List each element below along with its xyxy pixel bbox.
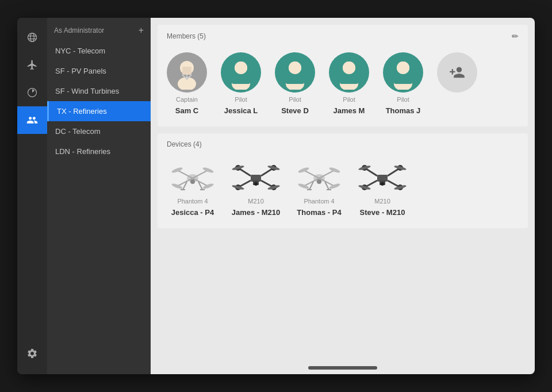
member-jessica-l[interactable]: Pilot Jessica L — [221, 52, 261, 115]
device-name-james-m210: James - M210 — [232, 208, 281, 217]
device-steve-m210[interactable]: M210 Steve - M210 — [356, 160, 408, 217]
device-thomas-p4[interactable]: Phantom 4 Thomas - P4 — [293, 160, 345, 217]
edit-members-button[interactable]: ✏ — [512, 32, 519, 41]
member-thomas-j[interactable]: Pilot Thomas J — [383, 52, 423, 115]
svg-point-24 — [397, 62, 409, 74]
member-avatar-jessica-l — [221, 52, 261, 93]
add-group-button[interactable]: + — [139, 26, 144, 35]
svg-point-53 — [254, 182, 258, 186]
bottom-bar — [151, 362, 535, 374]
member-role-sam-c: Captain — [176, 96, 198, 103]
device-type-steve-m210: M210 — [374, 198, 390, 205]
member-sam-c[interactable]: Captain Sam C — [167, 52, 207, 115]
device-image-m210-1 — [230, 160, 282, 194]
members-row: Captain Sam C Pilot Jessica L — [167, 50, 519, 120]
bottom-indicator — [308, 366, 377, 370]
member-role-jessica-l: Pilot — [235, 96, 247, 103]
svg-point-38 — [190, 179, 195, 184]
device-type-james-m210: M210 — [248, 198, 264, 205]
sidebar-nav: As Administrator + NYC - Telecom SF - PV… — [47, 18, 151, 374]
members-title: Members (5) — [167, 32, 206, 40]
settings-icon[interactable] — [17, 340, 47, 367]
member-james-m[interactable]: Pilot James M — [329, 52, 369, 115]
svg-point-16 — [289, 62, 301, 74]
svg-point-1 — [30, 33, 34, 42]
sidebar-item-dc-telecom[interactable]: DC - Telecom — [47, 121, 151, 141]
svg-line-27 — [193, 170, 208, 178]
svg-point-12 — [235, 62, 247, 74]
main-content: Members (5) ✏ — [151, 18, 535, 374]
member-role-thomas-j: Pilot — [397, 96, 409, 103]
sidebar-icons-column — [17, 18, 47, 374]
chart-icon[interactable] — [17, 79, 47, 106]
device-name-jesicca-p4: Jesicca - P4 — [171, 208, 214, 217]
devices-title: Devices (4) — [167, 140, 202, 148]
member-avatar-steve-d — [275, 52, 315, 93]
devices-section: Devices (4) — [158, 133, 528, 228]
flight-icon[interactable] — [17, 51, 47, 79]
svg-point-20 — [343, 62, 355, 74]
device-image-m210-2 — [356, 160, 408, 194]
member-name-steve-d: Steve D — [281, 106, 309, 115]
sidebar-item-nyc-telecom[interactable]: NYC - Telecom — [47, 41, 151, 61]
device-image-phantom-1 — [167, 160, 218, 194]
admin-label: As Administrator — [54, 26, 104, 34]
device-image-phantom-2 — [293, 160, 345, 194]
sidebar-item-ldn-refineries[interactable]: LDN - Refineries — [47, 141, 151, 162]
app-window: As Administrator + NYC - Telecom SF - PV… — [17, 18, 535, 374]
members-header: Members (5) ✏ — [167, 32, 519, 41]
device-jesicca-p4[interactable]: Phantom 4 Jesicca - P4 — [167, 160, 218, 217]
device-type-thomas-p4: Phantom 4 — [304, 198, 334, 205]
member-name-james-m: James M — [334, 106, 365, 115]
member-role-steve-d: Pilot — [289, 96, 301, 103]
member-name-thomas-j: Thomas J — [386, 106, 421, 115]
sidebar-item-tx-refineries[interactable]: TX - Refineries — [47, 101, 151, 121]
sidebar-item-sf-pv-panels[interactable]: SF - PV Panels — [47, 61, 151, 81]
svg-line-26 — [177, 170, 193, 178]
devices-header: Devices (4) — [167, 140, 519, 148]
device-type-jesicca-p4: Phantom 4 — [177, 198, 208, 205]
member-name-jessica-l: Jessica L — [224, 106, 258, 115]
svg-point-67 — [317, 179, 321, 184]
svg-line-56 — [319, 170, 335, 178]
member-avatar-thomas-j — [383, 52, 423, 93]
svg-line-55 — [304, 170, 319, 178]
device-james-m210[interactable]: M210 James - M210 — [230, 160, 282, 217]
member-role-james-m: Pilot — [343, 96, 355, 103]
svg-point-0 — [28, 33, 37, 42]
add-member-button[interactable] — [437, 52, 477, 93]
globe-icon[interactable] — [17, 24, 47, 51]
member-avatar-sam-c — [167, 52, 207, 93]
sidebar-header: As Administrator + — [47, 18, 151, 41]
device-name-thomas-p4: Thomas - P4 — [297, 208, 341, 217]
svg-rect-7 — [182, 67, 191, 75]
member-avatar-james-m — [329, 52, 369, 93]
team-icon[interactable] — [17, 106, 47, 134]
device-name-steve-m210: Steve - M210 — [360, 208, 405, 217]
member-steve-d[interactable]: Pilot Steve D — [275, 52, 315, 115]
members-section: Members (5) ✏ — [158, 25, 528, 126]
sidebar-item-sf-wind-turbines[interactable]: SF - Wind Turbines — [47, 81, 151, 101]
add-member-item[interactable] — [437, 52, 477, 93]
devices-row: Phantom 4 Jesicca - P4 — [167, 157, 519, 221]
member-name-sam-c: Sam C — [175, 106, 198, 115]
svg-point-82 — [381, 182, 384, 186]
